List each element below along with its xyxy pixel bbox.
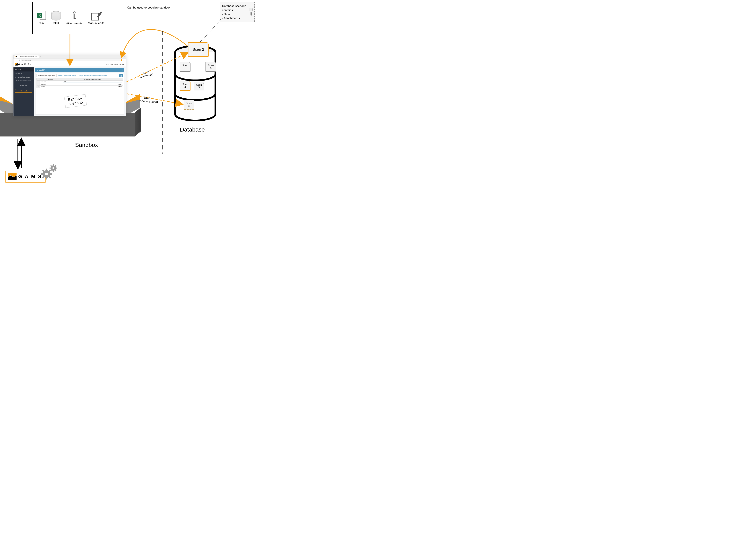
- gams-logo: G A M S: [15, 63, 30, 65]
- load-data-button[interactable]: Load data: [15, 84, 32, 87]
- address-field[interactable]: 127.0.0.1:6561: [21, 59, 120, 61]
- scenario-card-3: Scen3: [205, 62, 216, 72]
- sidebar-output-label: Output: [18, 72, 22, 74]
- data-grid: markets demand at market j in cases 1 ne…: [36, 78, 123, 88]
- sidebar-item-input[interactable]: ▦ Input: [13, 68, 34, 71]
- populate-annotation: Can be used to populate sandbox: [127, 6, 170, 9]
- xlsx-source: X .xlsx: [37, 11, 46, 25]
- cell-demand-editing[interactable]: [62, 80, 123, 83]
- callout-item-attachments: Attachments: [224, 17, 240, 20]
- sidebar-item-interaction[interactable]: ⚙ GAMS interaction: [13, 75, 34, 79]
- browser-tab-bar: A Transportation Problem (TRN... + − ▢ ×: [13, 55, 126, 58]
- gear-icon: ⚙: [15, 76, 17, 78]
- sandbox-section-label: Sandbox: [75, 142, 98, 148]
- scenario-card-1: Scen1: [180, 62, 190, 72]
- tab-freight[interactable]: freight in dollars per case per thousand…: [78, 74, 108, 77]
- sidebar-item-compare[interactable]: ❐ Compare scenarios: [13, 79, 34, 83]
- window-minimize-icon[interactable]: −: [120, 56, 121, 57]
- nav-forward-icon[interactable]: →: [17, 59, 18, 61]
- attachments-label: Attachments: [66, 22, 82, 25]
- app-header: G A M S ≡ ⎘→ Scenario ▾ Help ▾: [13, 62, 126, 67]
- sidebar-input-label: Input: [18, 69, 21, 70]
- gams-logo-large-icon: [8, 173, 17, 180]
- gams-engine-box: G A M S: [5, 170, 46, 182]
- database-section-label: Database: [180, 126, 205, 133]
- edit-pencil-icon: [91, 11, 101, 20]
- mini-paperclip-icon: [249, 12, 252, 15]
- gams-box-text: G A M S: [18, 174, 42, 179]
- cell-market[interactable]: chicago: [40, 83, 62, 86]
- sidebar-compare-label: Compare scenarios: [18, 80, 31, 82]
- svg-rect-2: [46, 168, 47, 171]
- excel-file-icon: X: [37, 11, 46, 20]
- profile-avatar-icon[interactable]: [121, 59, 122, 61]
- cell-market[interactable]: topeka: [40, 86, 62, 88]
- callout-item-data: Data: [224, 13, 230, 16]
- window-maximize-icon[interactable]: ▢: [121, 56, 123, 57]
- browser-tab-title: A Transportation Problem (TRN...: [18, 56, 38, 57]
- help-dropdown[interactable]: Help ▾: [120, 63, 124, 65]
- panel-close-button[interactable]: ×: [122, 69, 123, 71]
- copy-icon: ❐: [15, 80, 17, 82]
- callout-title: Database scenario contains:: [222, 4, 252, 12]
- scenario-card-4: Scen4: [180, 81, 190, 91]
- attachments-source: Attachments: [66, 11, 82, 25]
- browser-address-bar: ← → ⟳ 127.0.0.1:6561 ⋮: [13, 58, 126, 62]
- gams-logo-icon: [15, 63, 18, 65]
- gdx-source: GDX: [51, 11, 61, 25]
- scenario-card-5: Scen5: [194, 82, 204, 90]
- gams-brand-text: G A M S: [18, 63, 30, 65]
- demand-input[interactable]: [63, 81, 122, 83]
- panel-title: trnsport (*): [37, 69, 45, 71]
- database-cylinder-icon: [51, 11, 61, 20]
- browser-menu-icon[interactable]: ⋮: [123, 59, 124, 61]
- save-overwrite-annotation: Save(overwrite): [139, 70, 154, 79]
- xlsx-label: .xlsx: [39, 21, 44, 25]
- app-main-panel: trnsport (*) × ▥ demand at market j in c…: [34, 67, 126, 116]
- browser-tab[interactable]: A Transportation Problem (TRN...: [14, 55, 39, 58]
- table-row[interactable]: 3 topeka 325.00: [37, 86, 123, 88]
- panel-header: trnsport (*) ×: [35, 68, 124, 72]
- cell-demand[interactable]: 325.00: [62, 86, 123, 88]
- cell-demand[interactable]: 180.00: [62, 83, 123, 86]
- sandbox-box-front: [0, 113, 135, 136]
- table-row[interactable]: 2 chicago 180.00: [37, 83, 123, 86]
- sidebar-interaction-label: GAMS interaction: [18, 76, 30, 78]
- mini-database-icon: [249, 8, 253, 11]
- nav-back-icon[interactable]: ←: [15, 59, 16, 61]
- tab-demand[interactable]: demand at market j in cases: [36, 74, 57, 77]
- col-demand: demand at market j in cases: [62, 78, 123, 80]
- scenario-card-2: Scen 2: [188, 42, 209, 57]
- gdx-label: GDX: [53, 21, 59, 25]
- hamburger-menu-icon[interactable]: ≡: [30, 63, 31, 66]
- new-tab-button[interactable]: +: [40, 56, 41, 57]
- scenario-dropdown[interactable]: Scenario ▾: [111, 63, 118, 65]
- nav-reload-icon[interactable]: ⟳: [19, 59, 20, 61]
- manual-label: Manual edits: [88, 21, 104, 25]
- app-sidebar: ▦ Input ◔ Output ⚙ GAMS interaction ❐ Co…: [13, 67, 34, 116]
- col-markets: markets: [40, 78, 62, 80]
- grid-icon: ▦: [15, 69, 17, 70]
- manual-source: Manual edits: [88, 11, 104, 25]
- database-scenario-callout: Database scenario contains: - Data - Att…: [220, 2, 255, 22]
- data-tabs: demand at market j in cases distance in …: [36, 74, 123, 77]
- table-row[interactable]: 1 new-york: [37, 80, 123, 83]
- cell-market[interactable]: new-york: [40, 80, 62, 83]
- svg-point-5: [52, 167, 54, 169]
- chart-toggle-button[interactable]: ▥: [119, 74, 123, 77]
- sidebar-item-output[interactable]: ◔ Output: [13, 71, 34, 75]
- gears-icon: [40, 162, 59, 181]
- paperclip-icon: [71, 11, 77, 21]
- tab-distance[interactable]: distance in thousands of miles: [57, 74, 78, 77]
- window-close-icon[interactable]: ×: [124, 56, 125, 57]
- scenario-card-6-placeholder: Scen6: [184, 100, 194, 110]
- gauge-icon: ◔: [15, 72, 17, 74]
- save-as-annotation: Save as(new scenario): [139, 96, 158, 104]
- solve-run-icon[interactable]: ⎘→: [106, 63, 109, 65]
- solve-model-button[interactable]: Solve model: [15, 89, 32, 93]
- input-sources-panel: X .xlsx GDX Attachments Manual edits: [32, 2, 109, 34]
- bar-chart-icon: ▥: [120, 75, 122, 77]
- svg-point-3: [45, 173, 48, 175]
